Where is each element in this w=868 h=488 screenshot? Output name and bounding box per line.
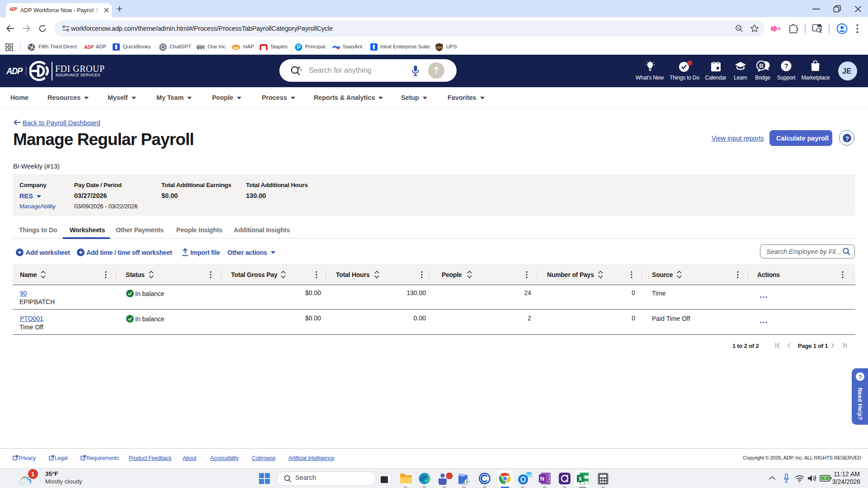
svg-text:hap: hap <box>233 46 239 50</box>
svg-text:?: ? <box>784 62 788 70</box>
svg-text:N: N <box>540 475 544 482</box>
svg-text:ups: ups <box>437 46 442 49</box>
svg-text:B: B <box>759 62 764 69</box>
svg-text:X: X <box>578 476 582 482</box>
